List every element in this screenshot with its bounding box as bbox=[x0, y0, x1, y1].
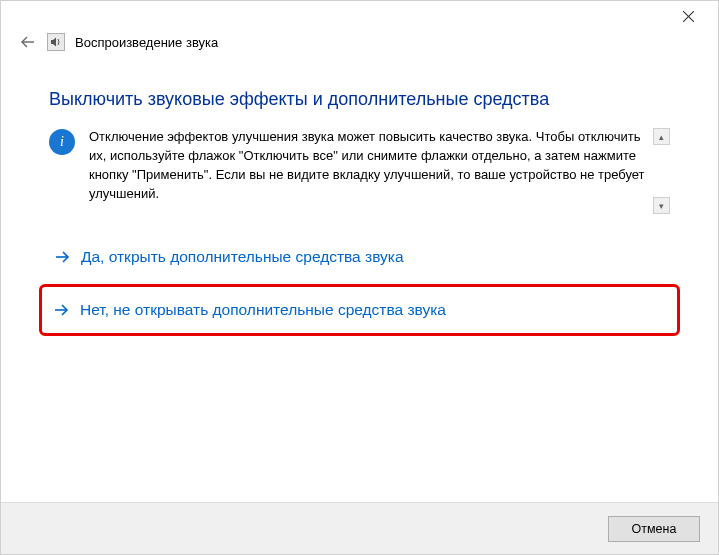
arrow-right-icon bbox=[53, 248, 71, 266]
highlighted-option: Нет, не открывать дополнительные средств… bbox=[39, 284, 680, 336]
main-heading: Выключить звуковые эффекты и дополнитель… bbox=[49, 89, 670, 110]
content-area: Выключить звуковые эффекты и дополнитель… bbox=[1, 59, 718, 502]
back-button[interactable] bbox=[19, 33, 37, 51]
close-icon bbox=[683, 11, 694, 22]
arrow-right-icon bbox=[52, 301, 70, 319]
header-title: Воспроизведение звука bbox=[75, 35, 218, 50]
info-block: i Отключение эффектов улучшения звука мо… bbox=[49, 128, 670, 214]
info-icon: i bbox=[49, 129, 75, 155]
header-row: Воспроизведение звука bbox=[1, 33, 718, 59]
troubleshooter-window: Воспроизведение звука Выключить звуковые… bbox=[0, 0, 719, 555]
info-text: Отключение эффектов улучшения звука може… bbox=[89, 128, 647, 214]
footer: Отмена bbox=[1, 502, 718, 554]
info-text-wrap: Отключение эффектов улучшения звука може… bbox=[89, 128, 670, 214]
option-no-label: Нет, не открывать дополнительные средств… bbox=[80, 301, 446, 319]
close-button[interactable] bbox=[670, 3, 706, 29]
scroll-down-button[interactable]: ▾ bbox=[653, 197, 670, 214]
svg-marker-3 bbox=[51, 38, 56, 47]
back-arrow-icon bbox=[20, 34, 36, 50]
info-scrollbar: ▴ ▾ bbox=[653, 128, 670, 214]
option-no-link[interactable]: Нет, не открывать дополнительные средств… bbox=[42, 293, 673, 327]
titlebar bbox=[1, 1, 718, 31]
cancel-button[interactable]: Отмена bbox=[608, 516, 700, 542]
speaker-icon bbox=[47, 33, 65, 51]
option-yes-link[interactable]: Да, открыть дополнительные средства звук… bbox=[49, 240, 670, 274]
option-yes-label: Да, открыть дополнительные средства звук… bbox=[81, 248, 404, 266]
scroll-up-button[interactable]: ▴ bbox=[653, 128, 670, 145]
